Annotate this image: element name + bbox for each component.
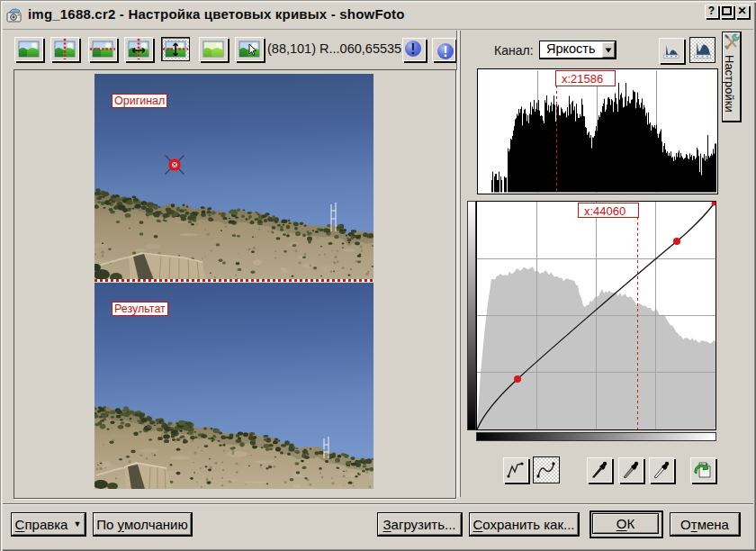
svg-text:!: ! [410, 41, 415, 57]
svg-text:x:44060: x:44060 [584, 204, 626, 218]
svg-text:!: ! [443, 44, 447, 59]
svg-text:x:21586: x:21586 [562, 72, 603, 86]
